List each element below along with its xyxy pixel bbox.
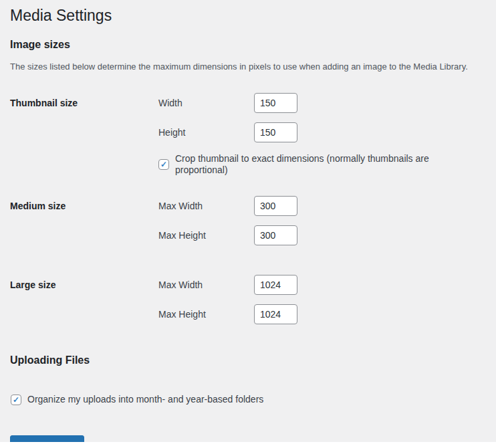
medium-width-label: Max Width — [158, 201, 254, 211]
image-sizes-heading: Image sizes — [10, 39, 483, 50]
thumbnail-width-row: Width — [158, 93, 483, 113]
page-title: Media Settings — [10, 0, 483, 25]
footer-strip — [0, 442, 496, 448]
large-size-label: Large size — [10, 275, 158, 291]
crop-thumbnail-label: Crop thumbnail to exact dimensions (norm… — [175, 153, 483, 176]
checkmark-icon: ✓ — [13, 395, 19, 403]
large-width-input[interactable] — [254, 275, 297, 295]
medium-height-row: Max Height — [158, 225, 483, 245]
crop-thumbnail-checkbox-row[interactable]: ✓ Crop thumbnail to exact dimensions (no… — [158, 153, 483, 176]
media-settings-page: Media Settings Image sizes The sizes lis… — [0, 0, 496, 448]
uploading-files-heading: Uploading Files — [10, 354, 483, 366]
settings-content: Media Settings Image sizes The sizes lis… — [0, 0, 496, 442]
medium-width-row: Max Width — [158, 196, 483, 216]
checkmark-icon: ✓ — [160, 160, 167, 169]
thumbnail-width-label: Width — [158, 98, 254, 108]
thumbnail-height-input[interactable] — [254, 122, 297, 142]
save-changes-button[interactable]: Save Changes — [10, 435, 84, 442]
image-sizes-description: The sizes listed below determine the max… — [10, 62, 483, 72]
large-width-label: Max Width — [158, 279, 254, 290]
crop-thumbnail-checkbox[interactable]: ✓ — [158, 159, 169, 170]
medium-size-fields: Max Width Max Height — [158, 196, 483, 245]
thumbnail-size-fields: Width Height ✓ Crop thumbnail to exact d… — [158, 93, 483, 176]
organize-uploads-label: Organize my uploads into month- and year… — [27, 394, 263, 405]
medium-size-label: Medium size — [10, 196, 158, 212]
large-height-label: Max Height — [158, 309, 254, 320]
organize-uploads-checkbox-row[interactable]: ✓ Organize my uploads into month- and ye… — [11, 394, 483, 405]
thumbnail-size-row: Thumbnail size Width Height ✓ Crop thumb… — [10, 93, 483, 176]
medium-width-input[interactable] — [254, 196, 297, 216]
large-width-row: Max Width — [158, 275, 483, 295]
thumbnail-size-label: Thumbnail size — [10, 93, 158, 109]
medium-height-label: Max Height — [158, 230, 254, 241]
thumbnail-height-label: Height — [158, 127, 254, 138]
organize-uploads-checkbox[interactable]: ✓ — [11, 395, 21, 405]
large-size-row: Large size Max Width Max Height — [10, 275, 483, 324]
thumbnail-height-row: Height — [158, 122, 483, 142]
image-sizes-form: Thumbnail size Width Height ✓ Crop thumb… — [10, 93, 483, 324]
medium-height-input[interactable] — [254, 225, 297, 245]
medium-size-row: Medium size Max Width Max Height — [10, 196, 483, 245]
large-height-input[interactable] — [254, 304, 297, 324]
large-size-fields: Max Width Max Height — [158, 275, 483, 324]
thumbnail-width-input[interactable] — [254, 93, 297, 113]
large-height-row: Max Height — [158, 304, 483, 324]
